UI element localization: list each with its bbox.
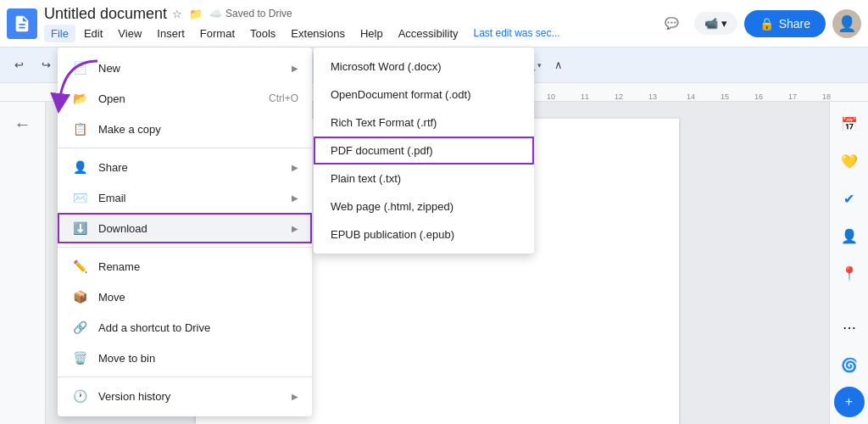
menu-open[interactable]: 📂 Open Ctrl+O xyxy=(58,83,312,114)
add-button[interactable]: + xyxy=(834,387,865,417)
menu-shortcut-label: Add a shortcut to Drive xyxy=(98,321,298,334)
ruler-mark: 15 xyxy=(721,92,729,101)
menu-shortcut[interactable]: 🔗 Add a shortcut to Drive xyxy=(58,312,312,343)
ruler-mark: 16 xyxy=(754,92,763,101)
email-icon: ✉️ xyxy=(71,189,88,206)
menu-share-label: Share xyxy=(98,161,281,174)
menu-version-label: Version history xyxy=(98,390,281,403)
menu-move-label: Move xyxy=(98,291,298,304)
left-toolbar: ← xyxy=(0,102,46,424)
menu-item-tools[interactable]: Tools xyxy=(243,25,282,42)
download-rtf[interactable]: Rich Text Format (.rtf) xyxy=(314,109,534,137)
doc-icons: ☆ 📁 ☁️ Saved to Drive xyxy=(172,8,292,20)
menu-share[interactable]: 👤 Share ▶ xyxy=(58,152,312,182)
tasks-sidebar-button[interactable]: ✔ xyxy=(834,183,865,214)
version-arrow: ▶ xyxy=(292,392,298,401)
shortcut-icon: 🔗 xyxy=(71,319,88,336)
contacts-sidebar-button[interactable]: 👤 xyxy=(834,220,865,251)
ruler-mark: 17 xyxy=(788,92,797,101)
menu-email[interactable]: ✉️ Email ▶ xyxy=(58,182,312,213)
menu-version-history[interactable]: 🕐 Version history ▶ xyxy=(58,381,312,411)
download-docx[interactable]: Microsoft Word (.docx) xyxy=(314,53,534,81)
ruler-mark: 18 xyxy=(822,92,831,101)
trash-icon: 🗑️ xyxy=(71,349,88,366)
meet-button[interactable]: 📹 ▾ xyxy=(694,12,737,35)
download-epub[interactable]: EPUB publication (.epub) xyxy=(314,220,534,248)
menu-download[interactable]: ⬇️ Download ▶ xyxy=(58,213,312,243)
doc-title[interactable]: Untitled document xyxy=(44,5,167,23)
menu-move[interactable]: 📦 Move xyxy=(58,282,312,312)
menu-new[interactable]: 📄 New ▶ xyxy=(58,53,312,83)
redo-button[interactable]: ↪ xyxy=(34,53,58,77)
app-icon[interactable] xyxy=(7,8,37,39)
ruler-mark: 11 xyxy=(581,92,589,101)
suggest-chevron: ▾ xyxy=(537,61,542,70)
folder-icon[interactable]: 📁 xyxy=(189,8,203,20)
last-edit-label: Last edit was sec... xyxy=(474,27,560,39)
collapse-toolbar-button[interactable]: ∧ xyxy=(547,53,570,77)
menu-trash-label: Move to bin xyxy=(98,352,298,365)
menu-item-insert[interactable]: Insert xyxy=(150,25,192,42)
copy-icon: 📋 xyxy=(71,120,88,137)
share-button[interactable]: 🔒 Share xyxy=(744,10,826,37)
move-icon: 📦 xyxy=(71,288,88,305)
ruler-mark: 13 xyxy=(648,92,657,101)
avatar[interactable]: 👤 xyxy=(832,9,861,38)
top-right-actions: 💬 📹 ▾ 🔒 Share 👤 xyxy=(657,8,861,39)
meet-chevron: ▾ xyxy=(721,17,727,30)
top-bar: Untitled document ☆ 📁 ☁️ Saved to Drive … xyxy=(0,0,868,47)
menu-item-help[interactable]: Help xyxy=(353,25,390,42)
saved-status: ☁️ Saved to Drive xyxy=(209,8,292,20)
calendar-sidebar-button[interactable]: 📅 xyxy=(834,109,865,139)
star-icon[interactable]: ☆ xyxy=(172,8,182,20)
download-pdf[interactable]: PDF document (.pdf) xyxy=(314,137,534,165)
menu-download-label: Download xyxy=(98,222,281,235)
download-txt[interactable]: Plain text (.txt) xyxy=(314,165,534,192)
open-shortcut: Ctrl+O xyxy=(269,92,298,104)
share-menu-icon: 👤 xyxy=(71,159,88,176)
separator-2 xyxy=(58,247,312,248)
chat-button[interactable]: 💬 xyxy=(657,8,687,39)
download-odt[interactable]: OpenDocument format (.odt) xyxy=(314,81,534,109)
cloud-icon: ☁️ xyxy=(209,8,222,20)
ruler-mark: 10 xyxy=(547,92,555,101)
menu-open-label: Open xyxy=(98,92,259,105)
ruler-mark: 12 xyxy=(615,92,623,101)
menu-bar: File Edit View Insert Format Tools Exten… xyxy=(44,23,657,42)
menu-new-label: New xyxy=(98,62,281,75)
menu-item-accessibility[interactable]: Accessibility xyxy=(392,25,465,42)
doc-title-area: Untitled document ☆ 📁 ☁️ Saved to Drive … xyxy=(44,5,657,42)
menu-item-view[interactable]: View xyxy=(111,25,148,42)
email-arrow: ▶ xyxy=(292,193,298,203)
open-icon: 📂 xyxy=(71,90,88,107)
meet-icon: 📹 xyxy=(704,17,718,30)
right-bottom-btns: ⋯ 🌀 + xyxy=(834,312,865,424)
menu-item-file[interactable]: File xyxy=(44,25,75,42)
notes-sidebar-button[interactable]: 💛 xyxy=(834,146,865,176)
loading-indicator: 🌀 xyxy=(834,349,865,380)
new-arrow: ▶ xyxy=(292,64,298,73)
download-icon: ⬇️ xyxy=(71,220,88,237)
separator-1 xyxy=(58,148,312,148)
menu-rename[interactable]: ✏️ Rename xyxy=(58,251,312,282)
left-side-btn-1[interactable]: ← xyxy=(8,109,38,139)
download-html[interactable]: Web page (.html, zipped) xyxy=(314,192,534,220)
undo-button[interactable]: ↩ xyxy=(7,53,31,77)
maps-sidebar-button[interactable]: 📍 xyxy=(834,258,865,288)
menu-item-extensions[interactable]: Extensions xyxy=(284,25,352,42)
file-menu: 📄 New ▶ 📂 Open Ctrl+O 📋 Make a copy 👤 Sh… xyxy=(58,47,312,416)
rename-icon: ✏️ xyxy=(71,258,88,275)
right-sidebar: 📅 💛 ✔ 👤 📍 ⋯ 🌀 + xyxy=(829,102,868,424)
menu-copy[interactable]: 📋 Make a copy xyxy=(58,114,312,144)
menu-rename-label: Rename xyxy=(98,260,298,273)
menu-item-edit[interactable]: Edit xyxy=(77,25,109,42)
menu-copy-label: Make a copy xyxy=(98,123,298,136)
menu-email-label: Email xyxy=(98,192,281,204)
new-icon: 📄 xyxy=(71,59,88,76)
more-apps-button[interactable]: ⋯ xyxy=(834,312,865,343)
menu-trash[interactable]: 🗑️ Move to bin xyxy=(58,343,312,373)
share-arrow: ▶ xyxy=(292,163,298,172)
separator-3 xyxy=(58,377,312,377)
lock-icon: 🔒 xyxy=(760,17,774,31)
menu-item-format[interactable]: Format xyxy=(193,25,242,42)
